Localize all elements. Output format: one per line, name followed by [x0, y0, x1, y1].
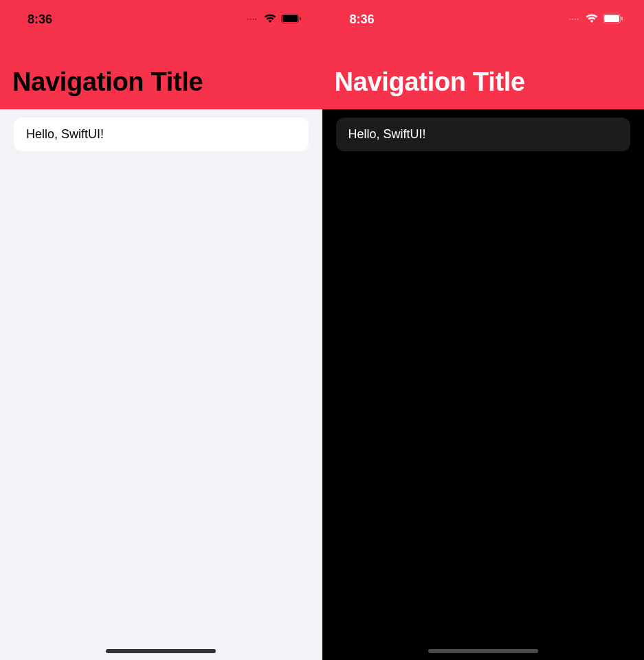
status-bar: 8:36 ····	[0, 10, 322, 29]
home-indicator[interactable]	[428, 649, 538, 653]
status-indicators: ····	[247, 12, 301, 27]
wifi-icon	[263, 12, 277, 27]
svg-rect-2	[300, 16, 301, 20]
list-row[interactable]: Hello, SwiftUI!	[336, 118, 631, 151]
svg-rect-1	[282, 15, 298, 22]
battery-icon	[603, 12, 623, 27]
list-row-label: Hello, SwiftUI!	[348, 127, 426, 141]
navigation-large-title: Navigation Title	[0, 29, 322, 102]
navigation-large-title: Navigation Title	[322, 29, 645, 102]
navigation-bar: 8:36 ···· Navigation Title	[322, 0, 645, 109]
status-time: 8:36	[27, 12, 52, 27]
list-content[interactable]: Hello, SwiftUI!	[322, 109, 645, 660]
device-light-mode: 8:36 ···· Navigation Title Hello, SwiftU…	[0, 0, 322, 660]
svg-rect-5	[621, 16, 623, 20]
status-time: 8:36	[350, 12, 375, 27]
status-dots: ····	[247, 16, 257, 23]
home-indicator[interactable]	[106, 649, 216, 653]
list-content[interactable]: Hello, SwiftUI!	[0, 109, 322, 660]
list-row-label: Hello, SwiftUI!	[26, 127, 104, 141]
navigation-bar: 8:36 ···· Navigation Title	[0, 0, 322, 109]
svg-rect-4	[604, 15, 619, 22]
status-bar: 8:36 ····	[322, 10, 645, 29]
wifi-icon	[585, 12, 599, 27]
battery-icon	[281, 12, 302, 27]
status-indicators: ····	[569, 12, 623, 27]
device-dark-mode: 8:36 ···· Navigation Title Hello, SwiftU…	[322, 0, 645, 660]
list-row[interactable]: Hello, SwiftUI!	[14, 118, 309, 151]
status-dots: ····	[569, 16, 579, 23]
